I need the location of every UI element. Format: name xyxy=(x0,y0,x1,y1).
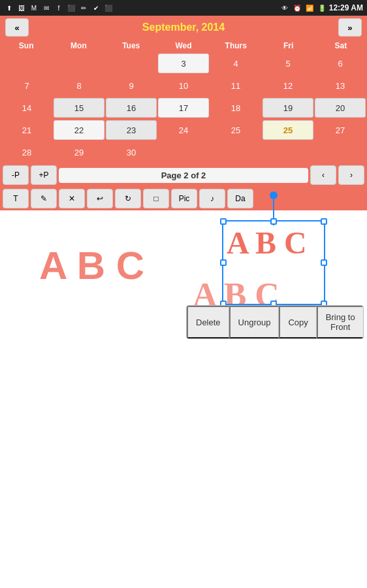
day-wed: Wed xyxy=(157,39,210,52)
usb-icon: ⬆ xyxy=(4,3,14,13)
context-menu: Delete Ungroup Copy Bring toFront xyxy=(186,305,364,339)
alarm-icon: ⏰ xyxy=(292,3,302,13)
clock: 12:29 AM xyxy=(329,3,363,12)
calendar-grid-row4: 21 22 23 24 25 25 27 xyxy=(0,119,367,141)
calendar-section: « September, 2014 » Sun Mon Tues Wed Thu… xyxy=(0,16,367,210)
facebook-icon: f xyxy=(54,3,64,13)
cal-cell-empty xyxy=(158,142,209,162)
cal-cell-7[interactable]: 7 xyxy=(1,76,52,95)
delete-tool-button[interactable]: ✕ xyxy=(59,189,85,208)
next-month-button[interactable]: » xyxy=(338,18,362,37)
pen-icon: ✏ xyxy=(78,3,89,13)
calendar-nav: « September, 2014 » xyxy=(0,16,367,39)
ungroup-button[interactable]: Ungroup xyxy=(229,306,279,338)
cal-cell-12[interactable]: 12 xyxy=(263,76,313,95)
day-thurs: Thurs xyxy=(210,39,262,52)
day-tues: Tues xyxy=(105,39,157,52)
cal-cell-22[interactable]: 22 xyxy=(54,120,104,140)
tools-toolbar: T ✎ ✕ ↩ ↻ □ Pic ♪ Da xyxy=(0,187,367,210)
cal-cell-30[interactable]: 30 xyxy=(106,142,157,162)
cal-cell-5[interactable]: 5 xyxy=(263,54,313,73)
status-right-icons: 👁 ⏰ 📶 🔋 12:29 AM xyxy=(279,3,363,13)
text-tool-button[interactable]: T xyxy=(3,189,29,208)
bring-to-front-button[interactable]: Bring toFront xyxy=(317,306,363,338)
day-fri: Fri xyxy=(262,39,314,52)
app-icon2: ⬛ xyxy=(103,3,114,13)
cal-cell-19[interactable]: 19 xyxy=(263,98,313,118)
cal-cell-empty xyxy=(315,142,366,162)
email-icon: ✉ xyxy=(41,3,52,13)
cal-cell-23[interactable]: 23 xyxy=(106,120,157,140)
cal-cell-18[interactable]: 18 xyxy=(210,98,261,118)
day-sun: Sun xyxy=(0,39,52,52)
cal-cell-3[interactable]: 3 xyxy=(158,54,209,73)
status-icons: ⬆ 🖼 M ✉ f ⬛ ✏ ✔ ⬛ xyxy=(4,3,114,13)
app-icon1: ⬛ xyxy=(66,3,76,13)
prev-page-button[interactable]: ‹ xyxy=(310,165,336,185)
cal-cell-27[interactable]: 27 xyxy=(315,120,366,140)
cal-cell-20[interactable]: 20 xyxy=(315,98,366,118)
cal-cell-16[interactable]: 16 xyxy=(106,98,157,118)
handle-left-middle[interactable] xyxy=(220,259,227,266)
day-headers: Sun Mon Tues Wed Thurs Fri Sat xyxy=(0,39,367,52)
calendar-grid-row5: 28 29 30 xyxy=(0,141,367,163)
calendar-grid-row3: 14 15 16 17 18 19 20 xyxy=(0,97,367,119)
next-page-button[interactable]: › xyxy=(338,165,364,185)
eye-icon: 👁 xyxy=(279,3,290,13)
cal-cell[interactable] xyxy=(1,54,52,73)
cal-cell-25-today[interactable]: 25 xyxy=(263,120,313,140)
copy-button[interactable]: Copy xyxy=(279,306,316,338)
calendar-grid-row1: 3 4 5 6 xyxy=(0,52,367,74)
pagination-toolbar: -P +P Page 2 of 2 ‹ › xyxy=(0,163,367,187)
cal-cell-empty xyxy=(210,142,261,162)
photo-icon: 🖼 xyxy=(16,3,27,13)
cal-cell-14[interactable]: 14 xyxy=(1,98,52,118)
music-button[interactable]: ♪ xyxy=(199,189,225,208)
day-sat: Sat xyxy=(315,39,367,52)
status-bar: ⬆ 🖼 M ✉ f ⬛ ✏ ✔ ⬛ 👁 ⏰ 📶 🔋 12:29 AM xyxy=(0,0,367,16)
handle-top-left[interactable] xyxy=(220,218,227,225)
drawing-area[interactable]: A B C A B C A B C Delete Ungroup Copy Br… xyxy=(0,210,367,588)
cal-cell-17[interactable]: 17 xyxy=(158,98,209,118)
handle-top-middle[interactable] xyxy=(270,218,277,225)
page-info: Page 2 of 2 xyxy=(59,168,308,183)
check-icon: ✔ xyxy=(91,3,101,13)
handle-top-right[interactable] xyxy=(321,218,327,225)
select-button[interactable]: □ xyxy=(143,189,169,208)
rotation-circle[interactable] xyxy=(270,191,278,199)
cal-cell-11[interactable]: 11 xyxy=(210,76,261,95)
gmail-icon: M xyxy=(29,3,39,13)
cal-cell-15[interactable]: 15 xyxy=(54,98,104,118)
cal-cell-8[interactable]: 8 xyxy=(54,76,104,95)
plus-p-button[interactable]: +P xyxy=(31,165,57,185)
handle-right-middle[interactable] xyxy=(321,259,327,266)
cal-cell[interactable] xyxy=(54,54,104,73)
selection-box[interactable]: A B C xyxy=(222,220,325,305)
cal-cell-9[interactable]: 9 xyxy=(106,76,157,95)
cal-cell-empty xyxy=(263,142,313,162)
pic-button[interactable]: Pic xyxy=(171,189,197,208)
cal-cell-24[interactable]: 24 xyxy=(158,120,209,140)
redo-button[interactable]: ↻ xyxy=(115,189,141,208)
cal-cell-6[interactable]: 6 xyxy=(315,54,366,73)
cal-cell-13[interactable]: 13 xyxy=(315,76,366,95)
cal-cell-29[interactable]: 29 xyxy=(54,142,104,162)
abc-selected-text: A B C xyxy=(227,225,307,261)
cal-cell-21[interactable]: 21 xyxy=(1,120,52,140)
prev-month-button[interactable]: « xyxy=(5,18,29,37)
wifi-icon: 📶 xyxy=(304,3,315,13)
day-mon: Mon xyxy=(52,39,104,52)
pen-tool-button[interactable]: ✎ xyxy=(31,189,57,208)
undo-button[interactable]: ↩ xyxy=(87,189,113,208)
cal-cell-25[interactable]: 25 xyxy=(210,120,261,140)
minus-p-button[interactable]: -P xyxy=(3,165,29,185)
date-button[interactable]: Da xyxy=(227,189,253,208)
cal-cell[interactable] xyxy=(106,54,157,73)
cal-cell-10[interactable]: 10 xyxy=(158,76,209,95)
cal-cell-28[interactable]: 28 xyxy=(1,142,52,162)
delete-button[interactable]: Delete xyxy=(187,306,229,338)
battery-icon: 🔋 xyxy=(317,3,327,13)
abc-large-text[interactable]: A B C xyxy=(39,243,144,288)
cal-cell-4[interactable]: 4 xyxy=(210,54,261,73)
calendar-title: September, 2014 xyxy=(142,22,225,33)
